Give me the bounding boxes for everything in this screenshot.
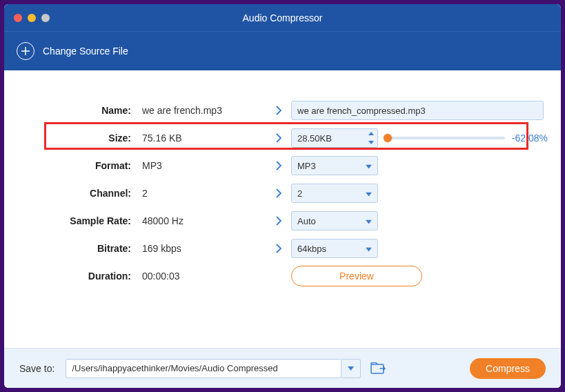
row-duration: Duration: 00:00:03 Preview [25,262,540,290]
window-title: Audio Compressor [4,12,561,23]
output-sample-rate-select[interactable]: Auto [291,211,378,231]
save-path-dropdown[interactable] [341,359,361,378]
size-label: Size: [25,133,142,144]
arrow-icon [266,243,291,254]
name-label: Name: [25,105,142,116]
bitrate-source-value: 169 kbps [142,243,266,254]
output-format-select[interactable]: MP3 [291,156,378,175]
save-path-input[interactable]: /Users/ihappyacethinker/Movies/Audio Com… [66,359,341,378]
chevron-down-icon [366,188,372,199]
slider-thumb[interactable] [384,134,392,142]
main-content: Name: we are french.mp3 Size: 75.16 KB 2… [4,70,561,348]
footer: Save to: /Users/ihappyacethinker/Movies/… [4,348,561,388]
output-size-value: 28.50KB [292,133,365,144]
row-sample-rate: Sample Rate: 48000 Hz Auto [25,207,540,235]
channel-label: Channel: [25,188,142,199]
duration-value: 00:00:03 [142,271,266,282]
save-to-label: Save to: [19,363,54,374]
chevron-down-icon [366,244,372,254]
size-reduction-percent: -62.08% [512,133,548,144]
size-slider[interactable] [388,137,505,139]
row-format: Format: MP3 MP3 [25,152,540,179]
arrow-icon [266,188,291,199]
output-bitrate-select[interactable]: 64kbps [291,239,378,258]
name-source-value: we are french.mp3 [142,105,266,116]
row-bitrate: Bitrate: 169 kbps 64kbps [25,235,540,262]
sample-rate-source-value: 48000 Hz [142,215,266,226]
size-source-value: 75.16 KB [142,133,266,144]
titlebar: Audio Compressor [4,4,561,32]
row-name: Name: we are french.mp3 [25,97,540,124]
app-window: Audio Compressor Change Source File Name… [4,4,561,388]
svg-marker-6 [366,220,372,224]
output-format-value: MP3 [297,161,316,171]
format-source-value: MP3 [142,160,266,171]
output-channel-value: 2 [297,188,302,199]
sample-rate-label: Sample Rate: [25,215,142,226]
svg-marker-7 [366,248,372,252]
svg-marker-4 [366,165,372,169]
output-channel-select[interactable]: 2 [291,184,378,203]
save-path-value: /Users/ihappyacethinker/Movies/Audio Com… [72,363,277,373]
svg-marker-2 [368,132,374,135]
svg-marker-8 [348,366,354,371]
toolbar: Change Source File [4,32,561,70]
output-sample-rate-value: Auto [297,216,316,226]
format-label: Format: [25,160,142,171]
open-folder-button[interactable] [369,361,387,376]
row-channel: Channel: 2 2 [25,179,540,207]
arrow-icon [266,133,291,144]
output-size-stepper[interactable]: 28.50KB [291,128,378,148]
row-size: Size: 75.16 KB 28.50KB -62.08% [25,124,540,152]
add-icon[interactable] [17,42,34,60]
stepper-up-icon[interactable] [365,129,377,138]
bitrate-label: Bitrate: [25,243,142,254]
compress-button[interactable]: Compress [470,358,546,379]
svg-marker-5 [366,193,372,197]
arrow-icon [266,215,291,226]
output-bitrate-value: 64kbps [297,244,326,254]
preview-button[interactable]: Preview [291,266,422,286]
stepper-down-icon[interactable] [365,138,377,147]
arrow-icon [266,160,291,171]
channel-source-value: 2 [142,188,266,199]
chevron-down-icon [366,161,372,171]
svg-marker-3 [368,141,374,144]
chevron-down-icon [366,216,372,226]
change-source-button[interactable]: Change Source File [43,46,128,57]
duration-label: Duration: [25,271,142,282]
arrow-icon [266,105,291,116]
output-name-input[interactable] [291,101,544,120]
